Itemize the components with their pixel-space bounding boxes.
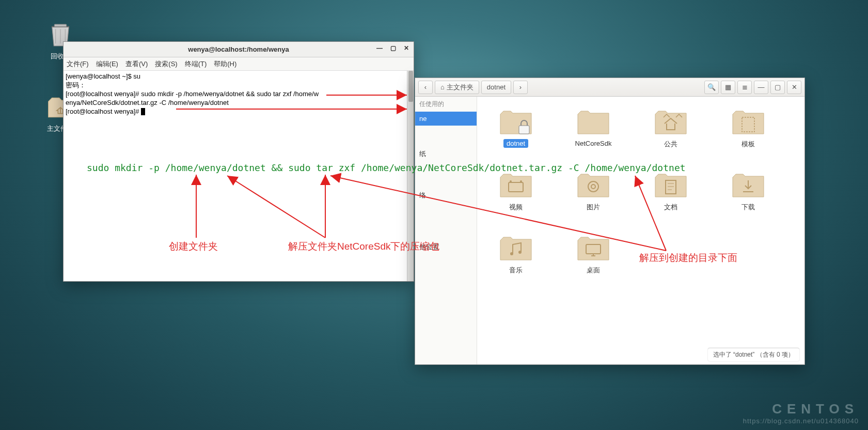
- folder-icon: [498, 170, 534, 199]
- sidebar-item-trash[interactable]: 纸: [415, 146, 477, 162]
- folder-label: 模板: [738, 139, 758, 149]
- file-manager-window: ‹ ⌂ 主文件夹 dotnet › 🔍 ▦ ≣ — ▢ ✕ 任使用的 ne 纸 …: [415, 78, 805, 365]
- file-manager-statusbar: 选中了 “dotnet” （含有 0 项）: [708, 348, 799, 361]
- folder-icon: [498, 233, 534, 262]
- folder-模板[interactable]: 模板: [725, 107, 771, 149]
- terminal-menubar: 文件(F) 编辑(E) 查看(V) 搜索(S) 终端(T) 帮助(H): [64, 57, 414, 71]
- svg-point-4: [510, 180, 512, 182]
- menu-file[interactable]: 文件(F): [67, 59, 89, 69]
- maximize-button[interactable]: ▢: [389, 44, 397, 52]
- home-icon: ⌂: [440, 83, 445, 91]
- terminal-cursor: [141, 108, 145, 115]
- folder-图片[interactable]: 图片: [570, 170, 617, 212]
- folder-dotnet[interactable]: dotnet: [493, 107, 539, 149]
- terminal-body[interactable]: [wenya@localhost ~]$ su 密码： [root@localh…: [64, 71, 414, 281]
- folder-label: 图片: [583, 202, 603, 212]
- folder-label: 音乐: [506, 265, 526, 275]
- folder-NetCoreSdk[interactable]: NetCoreSdk: [570, 107, 617, 149]
- svg-point-5: [520, 180, 522, 182]
- file-manager-sidebar: 任使用的 ne 纸 络 他位置: [415, 97, 477, 364]
- terminal-titlebar[interactable]: wenya@localhost:/home/wenya — ▢ ✕: [64, 42, 414, 57]
- folder-icon: [730, 107, 766, 136]
- folder-icon: [498, 107, 534, 136]
- menu-terminal[interactable]: 终端(T): [185, 59, 207, 69]
- sidebar-recent-head: 任使用的: [415, 97, 477, 112]
- sidebar-item-network[interactable]: 络: [415, 188, 477, 203]
- sidebar-item-home[interactable]: ne: [415, 112, 477, 126]
- folder-icon: [653, 170, 689, 199]
- fm-maximize-button[interactable]: ▢: [770, 81, 785, 94]
- menu-view[interactable]: 查看(V): [125, 59, 148, 69]
- folder-icon: [730, 170, 766, 199]
- folder-icon: [575, 170, 611, 199]
- sidebar-item-other[interactable]: 他位置: [415, 239, 477, 255]
- breadcrumb-item[interactable]: dotnet: [481, 81, 511, 94]
- folder-label: 视频: [506, 202, 526, 212]
- fm-minimize-button[interactable]: —: [754, 81, 768, 94]
- svg-rect-1: [519, 126, 529, 134]
- nav-forward-button[interactable]: ›: [513, 81, 528, 94]
- svg-rect-0: [54, 24, 66, 27]
- folder-桌面[interactable]: 桌面: [570, 233, 617, 275]
- menu-search[interactable]: 搜索(S): [155, 59, 177, 69]
- folder-音乐[interactable]: 音乐: [493, 233, 539, 275]
- folder-视频[interactable]: 视频: [493, 170, 539, 212]
- svg-point-10: [518, 251, 522, 254]
- file-manager-toolbar: ‹ ⌂ 主文件夹 dotnet › 🔍 ▦ ≣ — ▢ ✕: [415, 78, 804, 97]
- search-icon: 🔍: [707, 83, 716, 91]
- folder-下载[interactable]: 下载: [725, 170, 771, 212]
- search-button[interactable]: 🔍: [704, 81, 719, 94]
- file-manager-main[interactable]: dotnetNetCoreSdk公共模板视频图片文档下载音乐桌面: [477, 97, 804, 364]
- breadcrumb-home[interactable]: ⌂ 主文件夹: [435, 81, 479, 94]
- fm-close-button[interactable]: ✕: [787, 81, 801, 94]
- list-view-button[interactable]: ≣: [737, 81, 752, 94]
- menu-edit[interactable]: 编辑(E): [96, 59, 118, 69]
- watermark-url: https://blog.csdn.net/u014368040: [743, 417, 859, 425]
- folder-icon: [653, 107, 689, 136]
- icon-view-button[interactable]: ▦: [721, 81, 735, 94]
- svg-point-9: [510, 252, 513, 255]
- terminal-title: wenya@localhost:/home/wenya: [188, 45, 289, 53]
- folder-文档[interactable]: 文档: [648, 170, 694, 212]
- watermark-brand: CENTOS: [743, 401, 859, 417]
- folder-icon: [575, 233, 611, 262]
- minimize-button[interactable]: —: [375, 44, 384, 52]
- terminal-window: wenya@localhost:/home/wenya — ▢ ✕ 文件(F) …: [63, 41, 414, 282]
- folder-公共[interactable]: 公共: [648, 107, 694, 149]
- folder-label: 公共: [661, 139, 681, 149]
- terminal-scrollbar[interactable]: [407, 71, 414, 281]
- folder-label: 桌面: [583, 265, 603, 275]
- watermark: CENTOS https://blog.csdn.net/u014368040: [743, 401, 859, 425]
- folder-label: 文档: [661, 202, 681, 212]
- folder-label: NetCoreSdk: [572, 139, 615, 148]
- folder-icon: [575, 107, 611, 136]
- menu-help[interactable]: 帮助(H): [214, 59, 236, 69]
- nav-back-button[interactable]: ‹: [418, 81, 433, 94]
- close-button[interactable]: ✕: [402, 44, 411, 52]
- folder-label: dotnet: [503, 139, 528, 148]
- folder-label: 下载: [738, 202, 758, 212]
